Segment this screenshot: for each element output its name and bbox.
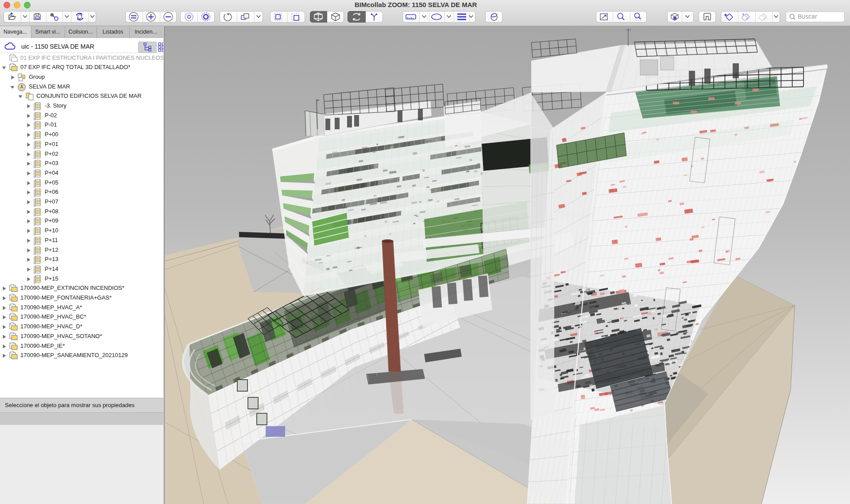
svg-text:A: A [20, 85, 23, 89]
